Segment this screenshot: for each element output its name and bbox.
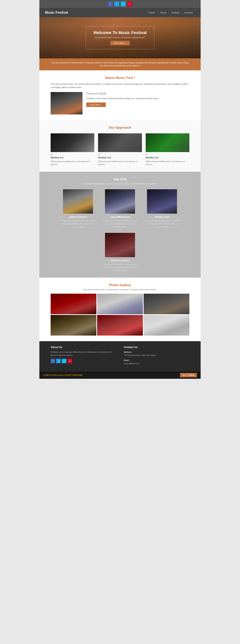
hero-cta-button[interactable]: Learn More....: [110, 41, 130, 45]
footer-email: Email : support@lient.com: [124, 359, 189, 365]
footer-address: Address : 75/4 Square Avenue, New York, …: [124, 350, 189, 357]
dj-name-4: Micheal Andrew: [101, 259, 139, 262]
approach-image-1: [51, 133, 94, 152]
gallery-title: Photo Gallery: [51, 283, 189, 287]
approach-image-2: [98, 133, 142, 152]
nav-links: Home | About | Gallery | Contact: [146, 11, 195, 14]
facebook-icon[interactable]: f: [108, 2, 113, 6]
twitter-icon[interactable]: t: [114, 2, 119, 6]
approach-image-3: [146, 133, 189, 152]
approach-grid: 01 Mollitia Ani Officia deserunt molliti…: [51, 133, 189, 166]
footer-about-title: About Us: [51, 346, 116, 349]
gallery-section: Photo Gallery Duis dictum lacinia turpis…: [39, 278, 201, 341]
approach-item-3: 03 Mollitia Ani Officia deserunt molliti…: [146, 133, 189, 166]
approach-text-3: Officia deserunt mollitia animi, id est …: [146, 160, 189, 166]
footer-twitter-icon[interactable]: t: [56, 359, 61, 363]
dj-bio-3: To take a trivial example, which of us e…: [143, 220, 181, 228]
gallery-item-6: [144, 315, 189, 336]
footer-about-text: Similique sunt in culpa qui officia dese…: [51, 350, 116, 357]
gallery-image-3: [144, 294, 189, 314]
djs-title: Our DJs: [51, 177, 189, 181]
approach-num-3: 03: [146, 154, 189, 156]
dj-bio-2: To take a trivial example, which of us e…: [101, 220, 139, 228]
nav-contact[interactable]: Contact: [182, 11, 195, 14]
dj-card-2: Laura Williumson To take a trivial examp…: [101, 189, 139, 228]
footer-about-col: About Us Similique sunt in culpa qui off…: [51, 346, 116, 367]
about-image-inner: [51, 92, 82, 114]
footer-facebook-icon[interactable]: f: [51, 359, 55, 363]
orange-band-text: Duis Aute Irure Dolor In Reprehenderit I…: [51, 61, 189, 67]
about-intro: Duis dictum lacinia turpis, non laoreet …: [51, 82, 189, 89]
footer-contact-title: Contact Us: [124, 346, 189, 349]
djs-grid: James Federick To take a trivial example…: [51, 189, 189, 272]
dj-name-2: Laura Williumson: [101, 216, 139, 218]
social-bar: f t v p: [39, 0, 201, 8]
nav-home[interactable]: Home: [146, 11, 157, 14]
djs-section: Our DJs Duis dictum lacinia turpis, non …: [39, 172, 201, 278]
footer-address-label: Address :: [124, 351, 132, 353]
approach-num-1: 01: [51, 154, 94, 156]
gallery-subtitle: Duis dictum lacinia turpis, non laoreet …: [51, 288, 189, 291]
gallery-item-2: [97, 294, 143, 314]
watermark-bar: 访问图片社区bbs.lientao.com免费下载更多模板 前往下载模板: [39, 372, 201, 379]
about-columns: Deserunt Mollit Curabitur ornare turpis …: [51, 92, 189, 114]
gallery-item-5: [97, 315, 143, 336]
approach-label-1: Mollitia Ani: [51, 156, 94, 159]
dj-bio-4: To take a trivial example, which of us e…: [101, 263, 139, 272]
download-button[interactable]: 前往下载模板: [180, 373, 197, 377]
footer-address-value: 75/4 Square Avenue, New York, Japan: [124, 354, 156, 356]
dj-name-3: Smithy Carls: [143, 216, 181, 218]
hero-content: Welcome To Music Festival "Lorem Ipsum d…: [86, 26, 154, 49]
pinterest-icon[interactable]: p: [127, 2, 132, 6]
gallery-image-2: [97, 294, 143, 314]
gallery-item-4: [51, 315, 96, 336]
approach-num-2: 02: [98, 154, 142, 156]
orange-band: Duis Aute Irure Dolor In Reprehenderit I…: [39, 58, 201, 70]
footer-pinterest-icon[interactable]: p: [67, 359, 72, 363]
dj-image-4: [105, 233, 135, 257]
approach-item-2: 02 Mollitia Ani Officia deserunt molliti…: [98, 133, 142, 166]
nav-about[interactable]: About: [158, 11, 169, 14]
nav-gallery[interactable]: Gallery: [169, 11, 181, 14]
brand-name: Music Festival: [45, 11, 146, 14]
footer-social-links: f t v p: [51, 359, 116, 363]
about-sub-title: Deserunt Mollit: [86, 92, 159, 96]
dj-image-2: [105, 189, 135, 214]
gallery-grid: [51, 294, 189, 336]
djs-subtitle: Duis dictum lacinia turpis, non laoreet …: [51, 183, 189, 185]
approach-title: Our Approach: [51, 126, 189, 130]
navbar: Music Festival Home | About | Gallery | …: [39, 8, 201, 17]
approach-item-1: 01 Mollitia Ani Officia deserunt molliti…: [51, 133, 94, 166]
gallery-item-3: [144, 294, 189, 314]
dj-image-3: [147, 189, 177, 214]
gallery-image-1: [51, 294, 96, 314]
hero-section: Welcome To Music Festival "Lorem Ipsum d…: [39, 17, 201, 58]
hero-title: Welcome To Music Festival: [93, 30, 147, 35]
about-image: [51, 92, 82, 114]
approach-label-2: Mollitia Ani: [98, 156, 142, 159]
footer-vimeo-icon[interactable]: v: [62, 359, 66, 363]
about-text-block: Deserunt Mollit Curabitur ornare turpis …: [86, 92, 159, 107]
dj-card-4: Micheal Andrew To take a trivial example…: [101, 233, 139, 272]
footer-contact-col: Contact Us Address : 75/4 Square Avenue,…: [124, 346, 189, 367]
dj-card-1: James Federick To take a trivial example…: [59, 189, 97, 228]
hero-subtitle: "Lorem Ipsum dolor sit amet, consectetur…: [93, 36, 147, 38]
about-cta-button[interactable]: Learn More....: [86, 102, 106, 107]
footer-email-label: Email :: [124, 359, 130, 361]
gallery-image-5: [97, 315, 143, 336]
approach-label-3: Mollitia Ani: [146, 156, 189, 159]
dj-bio-1: To take a trivial example, which of us e…: [59, 220, 97, 228]
watermark-text: 访问图片社区bbs.lientao.com免费下载更多模板: [43, 374, 82, 376]
gallery-image-6: [144, 315, 189, 336]
vimeo-icon[interactable]: v: [121, 2, 126, 6]
approach-section: Our Approach 01 Mollitia Ani Officia des…: [39, 120, 201, 172]
approach-text-2: Officia deserunt mollitia animi, id est …: [98, 160, 142, 166]
about-section: About Music Fest ! Duis dictum lacinia t…: [39, 70, 201, 120]
gallery-item-1: [51, 294, 96, 314]
about-title: About Music Fest !: [51, 76, 189, 80]
footer: About Us Similique sunt in culpa qui off…: [39, 341, 201, 372]
gallery-image-4: [51, 315, 96, 336]
approach-text-1: Officia deserunt mollitia animi, id est …: [51, 160, 94, 166]
about-sub-text: Curabitur ornare turpis ut lacinia lobor…: [86, 97, 159, 100]
dj-name-1: James Federick: [59, 216, 97, 218]
